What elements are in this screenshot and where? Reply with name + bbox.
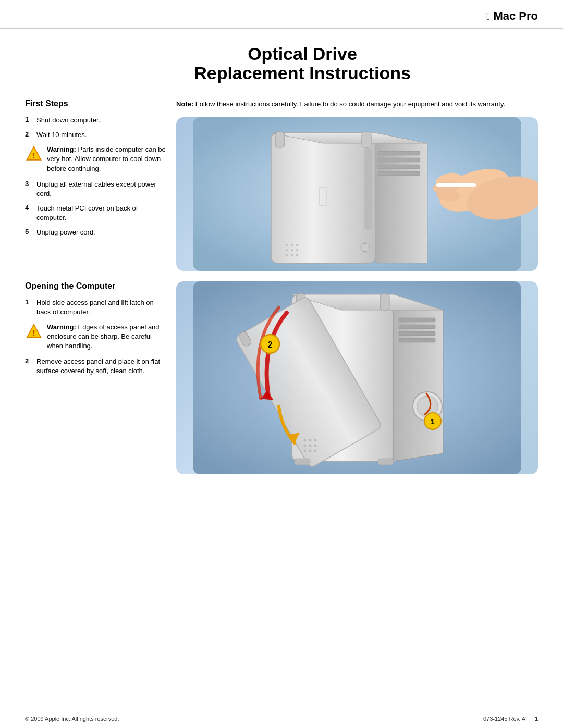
step-2-num: 2 — [25, 130, 36, 138]
svg-point-62 — [314, 450, 317, 452]
svg-point-18 — [291, 249, 293, 251]
svg-rect-11 — [378, 158, 420, 162]
step-3: 3 Unplug all external cables except powe… — [25, 180, 166, 199]
svg-rect-39 — [399, 325, 435, 329]
svg-text:!: ! — [32, 328, 35, 337]
header-title:  Mac Pro — [486, 9, 538, 23]
svg-point-14 — [286, 244, 288, 246]
footer-copyright: © 2009 Apple Inc. All rights reserved. — [25, 715, 119, 722]
opening-computer-right:  1 — [166, 281, 538, 485]
svg-point-55 — [309, 439, 312, 442]
svg-rect-40 — [399, 331, 435, 336]
first-steps-left: First Steps 1 Shut down computer. 2 Wait… — [25, 99, 166, 282]
svg-point-15 — [291, 244, 293, 246]
svg-point-61 — [309, 450, 312, 452]
svg-rect-9 — [365, 149, 371, 229]
document-title: Optical Drive Replacement Instructions — [67, 44, 538, 83]
header:  Mac Pro — [0, 0, 563, 29]
svg-rect-38 — [399, 318, 435, 322]
step-5: 5 Unplug power cord. — [25, 228, 166, 237]
step-1-num: 1 — [25, 116, 36, 124]
step-4: 4 Touch metal PCI cover on back of compu… — [25, 204, 166, 223]
first-steps-section: First Steps 1 Shut down computer. 2 Wait… — [25, 99, 538, 282]
svg-point-23 — [361, 243, 369, 252]
opening-step-2-text: Remove access panel and place it on flat… — [36, 357, 166, 376]
step-4-num: 4 — [25, 204, 36, 212]
note-label: Note: — [176, 100, 193, 108]
page:  Mac Pro Optical Drive Replacement Inst… — [0, 0, 563, 728]
footer-doc-ref: 073-1245 Rev. A — [483, 715, 525, 722]
footer-doc-number: 073-1245 Rev. A 1 — [483, 715, 538, 722]
apple-logo-icon:  — [486, 10, 490, 22]
opening-computer-left: Opening the Computer 1 Hold side access … — [25, 281, 166, 485]
svg-point-58 — [309, 445, 312, 447]
svg-rect-53 — [378, 459, 394, 465]
opening-step-1-text: Hold side access panel and lift latch on… — [36, 298, 166, 317]
first-steps-warning-text: Warning: Parts inside computer can be ve… — [47, 145, 166, 174]
svg-point-56 — [314, 439, 317, 442]
title-line2: Replacement Instructions — [67, 64, 538, 83]
opening-step-2-num: 2 — [25, 357, 36, 365]
warning-triangle-icon: ! — [25, 145, 43, 163]
illustration-first-steps:  — [176, 117, 538, 271]
main-content: Optical Drive Replacement Instructions F… — [0, 29, 563, 500]
svg-rect-52 — [295, 459, 310, 465]
opening-warning-text: Warning: Edges of access panel and enclo… — [47, 323, 166, 351]
warning-triangle-icon-2: ! — [25, 323, 43, 340]
svg-point-17 — [286, 249, 288, 251]
step-2: 2 Wait 10 minutes. — [25, 130, 166, 140]
mac-pro-illustration-2-svg:  1 — [176, 281, 538, 474]
title-line1: Optical Drive — [67, 44, 538, 64]
first-steps-warning: ! Warning: Parts inside computer can be … — [25, 145, 166, 174]
opening-warning-label: Warning: — [47, 323, 76, 331]
opening-step-1: 1 Hold side access panel and lift latch … — [25, 298, 166, 317]
svg-text:!: ! — [32, 151, 35, 159]
svg-point-19 — [296, 249, 298, 251]
first-steps-right: Note: Follow these instructions carefull… — [166, 99, 538, 282]
step-1-text: Shut down computer. — [36, 116, 100, 125]
svg-rect-13 — [378, 171, 420, 176]
opening-step-2: 2 Remove access panel and place it on fl… — [25, 357, 166, 376]
svg-rect-41 — [399, 338, 435, 342]
warning-label: Warning: — [47, 145, 76, 153]
step-3-text: Unplug all external cables except power … — [36, 180, 166, 199]
step-4-text: Touch metal PCI cover on back of compute… — [36, 204, 166, 223]
header-product-name: Mac Pro — [493, 9, 538, 23]
svg-rect-7 — [362, 132, 371, 147]
svg-rect-36 — [380, 293, 389, 310]
svg-text:2: 2 — [268, 340, 273, 349]
svg-point-21 — [291, 254, 293, 256]
svg-point-20 — [286, 254, 288, 256]
svg-point-22 — [296, 254, 298, 256]
svg-rect-12 — [378, 165, 420, 169]
svg-rect-10 — [378, 151, 420, 155]
step-3-num: 3 — [25, 180, 36, 188]
svg-point-16 — [296, 244, 298, 246]
svg-point-60 — [304, 450, 307, 452]
step-1: 1 Shut down computer. — [25, 116, 166, 125]
svg-point-59 — [314, 445, 317, 447]
opening-step-1-num: 1 — [25, 298, 36, 306]
svg-rect-6 — [275, 132, 285, 147]
opening-computer-section: Opening the Computer 1 Hold side access … — [25, 281, 538, 485]
footer-page-num: 1 — [535, 715, 538, 722]
illustration-opening:  1 — [176, 281, 538, 474]
footer: © 2009 Apple Inc. All rights reserved. 0… — [0, 709, 563, 728]
step-5-num: 5 — [25, 228, 36, 236]
note-box: Note: Follow these instructions carefull… — [176, 99, 538, 109]
svg-point-54 — [304, 439, 307, 442]
step-5-text: Unplug power cord. — [36, 228, 95, 237]
opening-computer-heading: Opening the Computer — [25, 281, 166, 291]
first-steps-heading: First Steps — [25, 99, 166, 108]
opening-warning: ! Warning: Edges of access panel and enc… — [25, 323, 166, 351]
step-2-text: Wait 10 minutes. — [36, 130, 87, 140]
mac-pro-illustration-1-svg:  — [176, 117, 538, 271]
svg-text::  — [318, 180, 328, 212]
note-text: Follow these instructions carefully. Fai… — [195, 100, 505, 108]
svg-text:1: 1 — [431, 417, 435, 426]
svg-point-57 — [304, 445, 307, 447]
